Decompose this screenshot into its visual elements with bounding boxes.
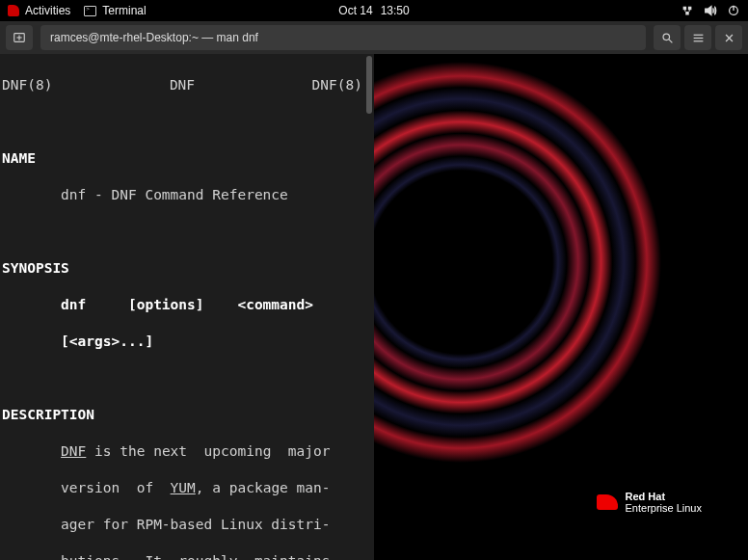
- close-button[interactable]: [715, 25, 742, 50]
- blank: [2, 113, 362, 131]
- terminal-icon: [84, 6, 96, 16]
- time-label: 13:50: [381, 4, 410, 17]
- man-header-mid: DNF: [170, 76, 195, 94]
- scrollbar-thumb[interactable]: [366, 56, 372, 114]
- desktop-wallpaper: Red Hat Enterprise Linux: [374, 21, 748, 560]
- section-description: DESCRIPTION: [2, 406, 362, 424]
- new-tab-icon: [13, 31, 26, 44]
- new-tab-button[interactable]: [6, 25, 33, 50]
- app-menu-terminal[interactable]: Terminal: [84, 4, 146, 17]
- man-header-left: DNF(8): [2, 76, 52, 94]
- window-title: ramces@mte-rhel-Desktop:~ — man dnf: [40, 25, 646, 50]
- svg-point-5: [663, 34, 670, 40]
- search-icon: [661, 32, 674, 44]
- terminal-output[interactable]: DNF(8)DNFDNF(8) NAME dnf - DNF Command R…: [0, 54, 364, 560]
- synopsis-line1: dnf [options] <command>: [2, 296, 362, 314]
- yum-link: YUM: [171, 480, 196, 495]
- section-synopsis: SYNOPSIS: [2, 259, 362, 278]
- terminal-titlebar: ramces@mte-rhel-Desktop:~ — man dnf: [0, 21, 748, 54]
- terminal-scrollbar[interactable]: [364, 54, 374, 560]
- redhat-icon: [597, 494, 618, 510]
- rhel-brand-text: Red Hat Enterprise Linux: [626, 491, 703, 514]
- app-menu-label: Terminal: [102, 4, 146, 17]
- activities-button[interactable]: Activities: [8, 4, 70, 17]
- desc-l2: ager for RPM-based Linux distri-: [2, 516, 362, 534]
- volume-icon[interactable]: [704, 4, 717, 17]
- search-button[interactable]: [654, 25, 681, 50]
- hamburger-icon: [692, 32, 705, 44]
- brand-line1: Red Hat: [626, 491, 703, 502]
- clock[interactable]: Oct 14 13:50: [338, 4, 409, 17]
- date-label: Oct 14: [338, 4, 372, 17]
- terminal-pane: DNF(8)DNFDNF(8) NAME dnf - DNF Command R…: [0, 54, 374, 560]
- network-icon[interactable]: [681, 4, 694, 17]
- power-icon[interactable]: [727, 4, 740, 17]
- svg-line-6: [669, 40, 672, 42]
- brand-line2: Enterprise Linux: [626, 502, 703, 514]
- rhel-brand-logo: Red Hat Enterprise Linux: [597, 491, 703, 514]
- man-header: DNF(8)DNFDNF(8): [2, 76, 362, 94]
- blank: [2, 223, 362, 241]
- man-header-right: DNF(8): [312, 76, 362, 94]
- gnome-topbar: Activities Terminal Oct 14 13:50: [0, 0, 748, 21]
- section-name: NAME: [2, 149, 362, 168]
- redhat-icon: [8, 5, 19, 16]
- desc-l1: version of YUM, a package man-: [2, 479, 362, 497]
- close-icon: [724, 33, 735, 43]
- window-title-text: ramces@mte-rhel-Desktop:~ — man dnf: [50, 31, 258, 44]
- menu-button[interactable]: [684, 25, 711, 50]
- activities-label: Activities: [25, 4, 70, 17]
- wallpaper-swirl: [374, 21, 708, 510]
- desc-l3: butions. It roughly maintains: [2, 552, 362, 560]
- dnf-link: DNF: [61, 443, 86, 459]
- name-line: dnf - DNF Command Reference: [2, 186, 362, 204]
- synopsis-line2: [<args>...]: [2, 333, 362, 351]
- blank: [2, 369, 362, 387]
- desc-l0: DNF is the next upcoming major: [2, 442, 362, 461]
